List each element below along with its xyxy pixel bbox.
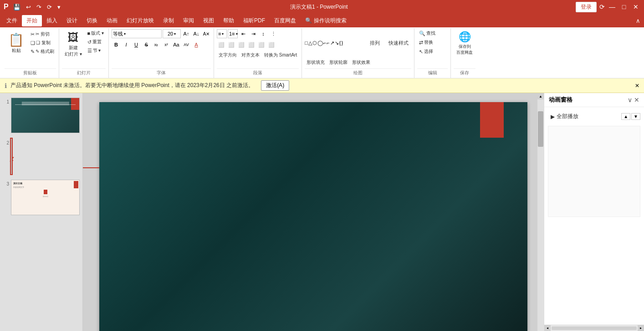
- anim-scroll-right[interactable]: ▸: [638, 325, 644, 331]
- menu-search[interactable]: 🔍 操作说明搜索: [301, 15, 351, 26]
- subscript-button[interactable]: x₂: [152, 40, 161, 49]
- font-clear-button[interactable]: A✕: [202, 29, 211, 38]
- bullet-icon: ≡: [218, 31, 221, 36]
- menu-record[interactable]: 录制: [158, 15, 179, 26]
- cut-button[interactable]: ✂ ✂ 剪切: [29, 30, 56, 38]
- slide-1-item[interactable]: 1: [0, 96, 82, 135]
- paragraph-label: 段落: [217, 68, 299, 77]
- save-baidu-button[interactable]: 🌐 保存到百度网盘: [454, 29, 475, 57]
- align-more2-button[interactable]: ⬜: [267, 40, 276, 49]
- anim-move-up-button[interactable]: ▲: [621, 113, 630, 120]
- align-right-button[interactable]: ⬜: [237, 40, 246, 49]
- autosave-button[interactable]: ⟳: [45, 3, 54, 11]
- decrease-indent-button[interactable]: ⇤: [239, 29, 248, 38]
- slide-1-red-mark: [71, 98, 79, 110]
- font-grow-button[interactable]: A↑: [182, 29, 191, 38]
- format-painter-button[interactable]: ✎ ✎ 格式刷: [29, 47, 56, 56]
- reset-button[interactable]: ↺ 重置: [86, 38, 106, 46]
- customize-button[interactable]: ▾: [56, 3, 62, 11]
- columns-button[interactable]: ⋮: [269, 29, 278, 38]
- italic-button[interactable]: I: [122, 40, 131, 49]
- strikethrough-button[interactable]: S̶: [142, 40, 151, 49]
- maximize-button[interactable]: □: [619, 2, 629, 11]
- slide-3-item[interactable]: 3 演示文稿 内容说明文字 图表内容: [0, 178, 82, 217]
- slide-3-thumbnail[interactable]: 演示文稿 内容说明文字 图表内容: [11, 180, 80, 215]
- shape-fill-button[interactable]: 形状填充: [305, 58, 327, 67]
- search-icon: 🔍: [305, 17, 312, 24]
- menu-foxitpdf[interactable]: 福昕PDF: [239, 15, 270, 26]
- align-center-button[interactable]: ⬜: [227, 40, 236, 49]
- animation-panel-header: 动画窗格 ∨ ✕: [544, 93, 644, 107]
- menu-file[interactable]: 文件: [2, 15, 22, 26]
- font-color-button[interactable]: A: [192, 40, 201, 49]
- font-size-dropdown[interactable]: 20 ▾: [163, 29, 181, 38]
- search-icon: 🔍: [419, 31, 425, 36]
- animation-close-button[interactable]: ✕: [634, 96, 639, 103]
- justify-button[interactable]: ⬜: [247, 40, 256, 49]
- paste-button[interactable]: 📋 粘贴: [5, 29, 28, 57]
- select-button[interactable]: ↖ 选择: [417, 47, 435, 56]
- char-spacing-button[interactable]: AV: [182, 40, 191, 49]
- increase-indent-button[interactable]: ⇥: [249, 29, 258, 38]
- menu-home[interactable]: 开始: [22, 15, 42, 26]
- baidu-icon: 🌐: [459, 31, 471, 43]
- anim-scrollbar[interactable]: ◂ ▸: [544, 325, 644, 331]
- slide-2-thumbnail[interactable]: [11, 139, 12, 174]
- quick-styles-button[interactable]: 快速样式: [386, 29, 411, 57]
- slide-1-thumbnail[interactable]: [11, 98, 80, 133]
- shape-effects-button[interactable]: 形状效果: [350, 58, 372, 67]
- notification-close-button[interactable]: ✕: [635, 83, 639, 89]
- smartart-button[interactable]: 转换为 SmartArt: [262, 51, 299, 59]
- login-button[interactable]: 登录: [576, 2, 597, 12]
- menu-help[interactable]: 帮助: [219, 15, 239, 26]
- menu-animations[interactable]: 动画: [102, 15, 122, 26]
- save-quick-button[interactable]: 💾: [11, 3, 22, 11]
- copy-button[interactable]: ❑ ❑ 复制: [29, 39, 56, 47]
- anim-move-down-button[interactable]: ▼: [631, 113, 640, 120]
- font-name-dropdown[interactable]: 等线 ▾: [112, 29, 162, 38]
- minimize-button[interactable]: —: [608, 2, 617, 11]
- redo-button[interactable]: ↷: [35, 3, 43, 11]
- slide-2-item[interactable]: 2 ✗: [0, 137, 82, 176]
- scroll-up-button[interactable]: ▲: [537, 93, 544, 99]
- save-label: 保存: [454, 68, 475, 77]
- find-button[interactable]: 🔍 查找: [417, 29, 437, 37]
- animation-collapse-button[interactable]: ∨: [628, 96, 632, 103]
- shape-outline-button[interactable]: 形状轮廓: [327, 58, 349, 67]
- align-text-button[interactable]: 对齐文本: [240, 51, 261, 59]
- arrange-button[interactable]: 排列: [365, 29, 385, 57]
- menu-design[interactable]: 设计: [62, 15, 82, 26]
- align-left-button[interactable]: ⬜: [217, 40, 226, 49]
- anim-scroll-left[interactable]: ◂: [544, 325, 551, 331]
- section-button[interactable]: ☰ 节 ▾: [86, 47, 106, 55]
- menu-insert[interactable]: 插入: [42, 15, 62, 26]
- vertical-scrollbar[interactable]: ▲ ▼: [537, 93, 544, 331]
- undo-button[interactable]: ↩: [24, 3, 33, 11]
- superscript-button[interactable]: x²: [162, 40, 171, 49]
- new-slide-button[interactable]: 🖼 新建幻灯片 ▾: [62, 29, 85, 59]
- bold-button[interactable]: B: [112, 40, 121, 49]
- play-all-button[interactable]: ▶ 全部播放: [548, 111, 581, 122]
- align-more-button[interactable]: ⬜: [257, 40, 266, 49]
- font-shrink-button[interactable]: A↓: [192, 29, 201, 38]
- menu-view[interactable]: 视图: [199, 15, 219, 26]
- list-number-dropdown[interactable]: 1≡▾: [228, 29, 238, 38]
- underline-button[interactable]: U: [132, 40, 141, 49]
- close-button[interactable]: ✕: [631, 2, 640, 11]
- text-direction-button[interactable]: 文字方向: [217, 51, 239, 59]
- list-bullet-dropdown[interactable]: ≡▾: [217, 29, 227, 38]
- replace-button[interactable]: ⇄ 替换: [417, 38, 435, 47]
- case-button[interactable]: Aa: [172, 40, 181, 49]
- line-spacing-button[interactable]: ↕: [259, 29, 268, 38]
- font-label: 字体: [112, 68, 211, 77]
- menu-slideshow[interactable]: 幻灯片放映: [122, 15, 158, 26]
- share-icon[interactable]: ⟳: [599, 3, 605, 10]
- notification-bar: ℹ 产品通知 PowerPoint 未激活。若要无中断地继续使用 PowerPo…: [0, 78, 644, 93]
- ribbon-collapse-button[interactable]: ∧: [634, 16, 642, 25]
- menu-transitions[interactable]: 切换: [82, 15, 102, 26]
- scroll-thumb[interactable]: [538, 111, 543, 147]
- menu-baidupan[interactable]: 百度网盘: [270, 15, 301, 26]
- activate-button[interactable]: 激活(A): [261, 80, 289, 91]
- menu-review[interactable]: 审阅: [179, 15, 199, 26]
- layout-button[interactable]: ■ 版式 ▾: [86, 29, 106, 37]
